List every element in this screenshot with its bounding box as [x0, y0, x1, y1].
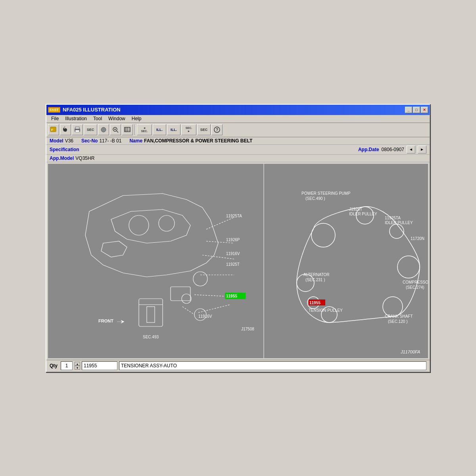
menu-file[interactable]: File: [48, 115, 62, 123]
window-title: NFA025 ILLUSTRATION: [63, 107, 121, 113]
svg-text:TENSION PULLEY: TENSION PULLEY: [309, 308, 343, 313]
circle-btn[interactable]: [98, 124, 109, 135]
nav-prev-btn[interactable]: ◄: [407, 146, 415, 154]
svg-text:FRONT: FRONT: [98, 319, 113, 323]
svg-text:POWER STEERING PUMP: POWER STEERING PUMP: [301, 191, 351, 196]
qty-up-btn[interactable]: ▲: [75, 362, 80, 366]
title-bar: FAST NFA025 ILLUSTRATION _ □ ✕: [46, 105, 430, 115]
svg-text:(SEC.231 ): (SEC.231 ): [305, 278, 325, 282]
svg-rect-13: [52, 164, 424, 358]
toolbar-separator-1: [134, 125, 135, 135]
diagram-svg: FRONT SEC.493 11925TA 11926P 11916V 1192…: [48, 164, 428, 358]
svg-text:11955: 11955: [309, 301, 321, 305]
svg-text:IDLER PULLEY: IDLER PULLEY: [349, 212, 377, 216]
svg-text:11925TA: 11925TA: [226, 214, 242, 218]
svg-text:?: ?: [216, 128, 218, 132]
illustration-area: FRONT SEC.493 11925TA 11926P 11916V 1192…: [48, 164, 428, 358]
ill-fwd-btn[interactable]: ILL.: [167, 124, 180, 135]
specification-label: Specification: [50, 147, 79, 152]
sec-btn[interactable]: SEC: [84, 124, 97, 135]
svg-line-7: [117, 131, 118, 132]
info-row-1: Model V36 Sec-No 117- -B 01 Name FAN,COM…: [46, 137, 430, 145]
svg-text:11916V: 11916V: [226, 251, 240, 256]
qty-label: Qty: [50, 363, 58, 369]
name-value: FAN,COMPRESSOR & POWER STEERING BELT: [144, 138, 252, 144]
app-model-row: App.Model VQ35HR: [46, 155, 430, 162]
svg-text:11925T: 11925T: [226, 262, 240, 267]
svg-rect-4: [75, 130, 79, 132]
svg-text:COMPRESSOR: COMPRESSOR: [403, 280, 428, 284]
svg-text:(SEC.274): (SEC.274): [406, 285, 424, 290]
svg-text:CRANK SHAFT: CRANK SHAFT: [385, 314, 413, 319]
secno-value: 117- -B 01: [99, 138, 121, 144]
svg-point-5: [101, 127, 106, 132]
svg-text:ALTERNATOR: ALTERNATOR: [303, 273, 330, 277]
menu-tool[interactable]: Tool: [90, 115, 105, 123]
app-date-value: 0806-0907: [382, 147, 404, 152]
svg-text:F: F: [51, 128, 53, 132]
sec-box-btn[interactable]: SEC: [197, 124, 211, 135]
part-number-display: 11955: [82, 361, 117, 370]
svg-text:11955: 11955: [226, 294, 237, 298]
app-model-value: VQ35HR: [75, 155, 94, 161]
minimize-button[interactable]: _: [405, 107, 412, 113]
secno-label: Sec-No: [81, 138, 98, 144]
title-bar-left: FAST NFA025 ILLUSTRATION: [48, 107, 121, 113]
app-model-label: App.Model: [50, 155, 74, 161]
svg-text:11916V: 11916V: [198, 314, 212, 319]
svg-text:IDLER PULLEY: IDLER PULLEY: [385, 221, 413, 225]
svg-text:(SEC.120 ): (SEC.120 ): [388, 319, 407, 324]
spec-right: App.Date 0806-0907 ◄ ►: [358, 146, 426, 154]
restore-button[interactable]: □: [413, 107, 420, 113]
name-label: Name: [129, 138, 142, 144]
zoom-btn[interactable]: [110, 124, 121, 135]
model-value: V36: [65, 138, 73, 144]
svg-rect-3: [75, 127, 79, 129]
question-btn[interactable]: ?: [211, 124, 223, 135]
back-icon-btn[interactable]: F: [48, 124, 59, 135]
svg-text:11925TA: 11925TA: [385, 216, 401, 220]
qty-input[interactable]: [61, 361, 73, 370]
title-buttons: _ □ ✕: [405, 107, 428, 113]
close-button[interactable]: ✕: [421, 107, 428, 113]
ill-btn[interactable]: ILL.: [153, 124, 166, 135]
sec-nav-btn[interactable]: ◄SEC.: [137, 124, 152, 135]
main-window: FAST NFA025 ILLUSTRATION _ □ ✕ File Illu…: [46, 104, 430, 372]
svg-text:J1925T: J1925T: [349, 207, 362, 211]
app-date-label: App.Date: [358, 147, 379, 152]
print-btn[interactable]: [72, 124, 83, 135]
sec-fwd-btn[interactable]: SEC.►: [181, 124, 196, 135]
nav-next-btn[interactable]: ►: [418, 146, 426, 154]
menu-illustration[interactable]: Illustration: [62, 115, 90, 123]
app-icon: FAST: [48, 107, 60, 113]
qty-down-btn[interactable]: ▼: [75, 366, 80, 370]
spec-row: Specification App.Date 0806-0907 ◄ ►: [46, 145, 430, 155]
menu-help[interactable]: Help: [129, 115, 145, 123]
part-description-display: TENSIONER ASSY-AUTO: [119, 361, 426, 370]
menu-window[interactable]: Window: [105, 115, 129, 123]
status-bar: Qty ▲ ▼ 11955 TENSIONER ASSY-AUTO: [46, 360, 430, 372]
model-label: Model: [50, 138, 63, 144]
qty-spinner: ▲ ▼: [75, 362, 80, 370]
svg-text:(SEC.490 ): (SEC.490 ): [305, 196, 325, 201]
svg-text:J17508: J17508: [241, 327, 254, 331]
svg-text:11720N: 11720N: [411, 236, 424, 241]
svg-text:SEC.493: SEC.493: [143, 335, 159, 339]
undo-btn[interactable]: [60, 124, 71, 135]
map-btn[interactable]: [122, 124, 133, 135]
menu-bar: File Illustration Tool Window Help: [46, 115, 430, 123]
toolbar: F SEC: [46, 123, 430, 137]
svg-text:11926P: 11926P: [226, 238, 240, 242]
svg-text:J11700FA: J11700FA: [400, 349, 420, 354]
